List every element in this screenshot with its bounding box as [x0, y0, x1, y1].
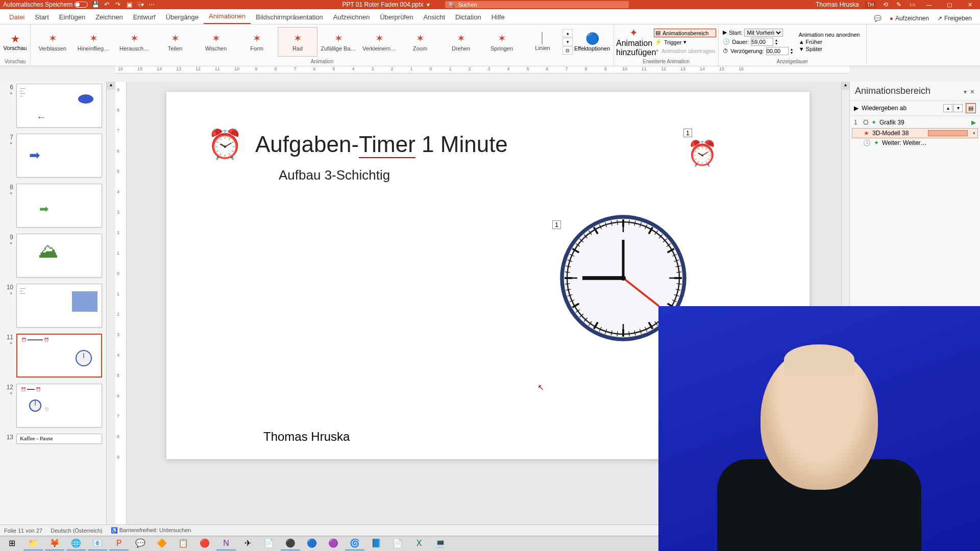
trigger-button[interactable]: ⚡ Trigger ▾: [654, 38, 716, 46]
edge-icon[interactable]: 🌀: [345, 537, 364, 550]
explorer-icon[interactable]: 📁: [23, 537, 43, 550]
draw-icon[interactable]: ✎: [895, 1, 902, 8]
tab-uebergaenge[interactable]: Übergänge: [161, 10, 204, 24]
add-animation-button[interactable]: ✦Animation hinzufügen: [616, 27, 651, 57]
move-down-button[interactable]: ▾: [953, 104, 963, 112]
tab-hilfe[interactable]: Hilfe: [486, 10, 510, 24]
save-icon[interactable]: 💾: [92, 1, 99, 8]
firefox-icon[interactable]: 🦊: [45, 537, 64, 550]
qat-more-icon[interactable]: ⋯: [148, 1, 155, 8]
search-box[interactable]: 🔍 Suchen: [445, 1, 629, 8]
start-select[interactable]: Mit Vorheriger: [744, 29, 783, 37]
vlc-icon[interactable]: 🔶: [152, 537, 172, 550]
anim-verkleinern[interactable]: ✶Verkleinern…: [359, 27, 399, 57]
redo-icon[interactable]: ↷: [114, 1, 121, 8]
start-button[interactable]: ⊞: [2, 537, 21, 550]
tab-ueberpruefen[interactable]: Überprüfen: [375, 10, 418, 24]
slide-thumb-9[interactable]: ⛰: [16, 234, 102, 278]
chrome-icon[interactable]: 🌐: [66, 537, 86, 550]
anim-drehen[interactable]: ✶Drehen: [441, 27, 481, 57]
preview-button[interactable]: ★Vorschau: [2, 33, 28, 51]
slide-thumb-10[interactable]: ━━━━━━━━━━━━━: [16, 284, 102, 328]
tab-ansicht[interactable]: Ansicht: [418, 10, 450, 24]
filename[interactable]: PPT 01 Roter Faden 004.pptx▾: [342, 1, 429, 8]
effect-options-button[interactable]: 🔵Effektoptionen: [573, 32, 611, 52]
slide-thumb-11[interactable]: ⏰ ━━━━━━ ⏰: [16, 334, 102, 378]
slide-thumb-12[interactable]: ⏰ ━━━ ⏰♡: [16, 384, 102, 428]
animation-pane-button[interactable]: ▤ Animationsbereich: [654, 29, 716, 37]
anim-herauschweben[interactable]: ✶Herausch…: [114, 27, 154, 57]
window-icon[interactable]: ▭: [909, 1, 916, 8]
tab-file[interactable]: Datei: [4, 10, 30, 24]
tab-dictation[interactable]: Dictation: [450, 10, 486, 24]
anim-item-weiter[interactable]: 🕓 ✦ Weiter: Weiter…: [852, 138, 978, 147]
slide-thumb-13[interactable]: Kaffee - Pause: [16, 434, 102, 444]
gallery-scroll[interactable]: ▴▾⊟: [562, 29, 573, 55]
item-dropdown-icon[interactable]: ▾: [973, 131, 975, 136]
anim-teilen[interactable]: ✶Teilen: [155, 27, 195, 57]
tab-einfuegen[interactable]: Einfügen: [54, 10, 90, 24]
move-up-button[interactable]: ▴: [943, 104, 952, 112]
anim-badge-1[interactable]: 1: [683, 129, 692, 137]
pane-close-icon[interactable]: ✕: [970, 88, 975, 95]
anim-item-3dmodell38[interactable]: ★ 3D-Modell 38 ▾: [852, 128, 978, 138]
maximize-button[interactable]: ▢: [942, 2, 957, 8]
anim-zufaellig[interactable]: ✶Zufällige Ba…: [318, 27, 358, 57]
app-icon-3[interactable]: 🔴: [195, 537, 214, 550]
anim-springen[interactable]: ✶Springen: [482, 27, 522, 57]
pane-dropdown-icon[interactable]: ▾: [964, 88, 967, 95]
app-icon[interactable]: 💬: [131, 537, 150, 550]
tab-zeichnen[interactable]: Zeichnen: [90, 10, 128, 24]
comments-button[interactable]: 💬: [870, 13, 886, 24]
move-later-button[interactable]: ▼ Später: [799, 46, 860, 52]
record-button[interactable]: Aufzeichnen: [886, 13, 933, 24]
anim-wischen[interactable]: ✶Wischen: [196, 27, 236, 57]
anim-item-grafik39[interactable]: 1 ⎔ ✦ Grafik 39 ▶: [852, 118, 978, 127]
onenote-icon[interactable]: N: [216, 537, 236, 550]
app-icon-2[interactable]: 📋: [174, 537, 193, 550]
anim-zoom[interactable]: ✶Zoom: [400, 27, 440, 57]
minimize-button[interactable]: —: [922, 2, 936, 8]
move-earlier-button[interactable]: ▲ Früher: [799, 39, 860, 45]
tab-entwurf[interactable]: Entwurf: [128, 10, 161, 24]
excel-icon[interactable]: X: [409, 537, 429, 550]
close-button[interactable]: ✕: [963, 2, 977, 8]
sync-icon[interactable]: ⟲: [882, 1, 889, 8]
anim-form[interactable]: ✶Form: [237, 27, 277, 57]
tab-start[interactable]: Start: [30, 10, 54, 24]
obs-icon[interactable]: ⚫: [281, 537, 300, 550]
user-name[interactable]: Thomas Hruska: [816, 1, 859, 8]
app-icon-6[interactable]: 🟣: [324, 537, 343, 550]
play-from-label[interactable]: Wiedergeben ab: [862, 105, 906, 112]
slide-thumb-6[interactable]: ━━━━━━━━━━━━━━━←: [16, 84, 102, 128]
app-icon-5[interactable]: 🔵: [302, 537, 322, 550]
slide-thumb-8[interactable]: ➡: [16, 184, 102, 228]
tab-animationen[interactable]: Animationen: [204, 9, 251, 24]
anim-verblassen[interactable]: ✶Verblassen: [33, 27, 72, 57]
slide-counter[interactable]: Folie 11 von 27: [4, 528, 42, 534]
telegram-icon[interactable]: ✈: [238, 537, 257, 550]
powerpoint-icon[interactable]: P: [109, 537, 129, 550]
accessibility-check[interactable]: ♿ Barrierefreiheit: Untersuchen: [111, 527, 191, 534]
app-icon-7[interactable]: 📘: [366, 537, 386, 550]
autosave-toggle[interactable]: Automatisches Speichern: [3, 1, 88, 8]
anim-linien[interactable]: │Linien: [523, 27, 562, 57]
outlook-icon[interactable]: 📧: [88, 537, 107, 550]
play-icon[interactable]: ▶: [854, 105, 859, 112]
touch-icon[interactable]: ☟▾: [137, 1, 144, 8]
undo-icon[interactable]: ↶: [103, 1, 110, 8]
share-button[interactable]: ↗ Freigeben: [933, 13, 976, 24]
tab-bildschirm[interactable]: Bildschirmpräsentation: [251, 10, 328, 24]
user-avatar[interactable]: TH: [865, 2, 876, 8]
delay-input[interactable]: [766, 47, 789, 55]
language-indicator[interactable]: Deutsch (Österreich): [51, 528, 102, 534]
duration-input[interactable]: [751, 38, 773, 46]
present-icon[interactable]: ▣: [126, 1, 133, 8]
tab-aufzeichnen[interactable]: Aufzeichnen: [328, 10, 375, 24]
app-icon-9[interactable]: 💻: [431, 537, 450, 550]
thumbnail-scrollbar[interactable]: ▴▾: [106, 82, 115, 536]
slide-thumb-7[interactable]: ➡: [16, 134, 102, 178]
app-icon-8[interactable]: 📄: [388, 537, 407, 550]
app-icon-4[interactable]: 📄: [259, 537, 279, 550]
anim-rad[interactable]: ✶Rad: [278, 27, 317, 57]
